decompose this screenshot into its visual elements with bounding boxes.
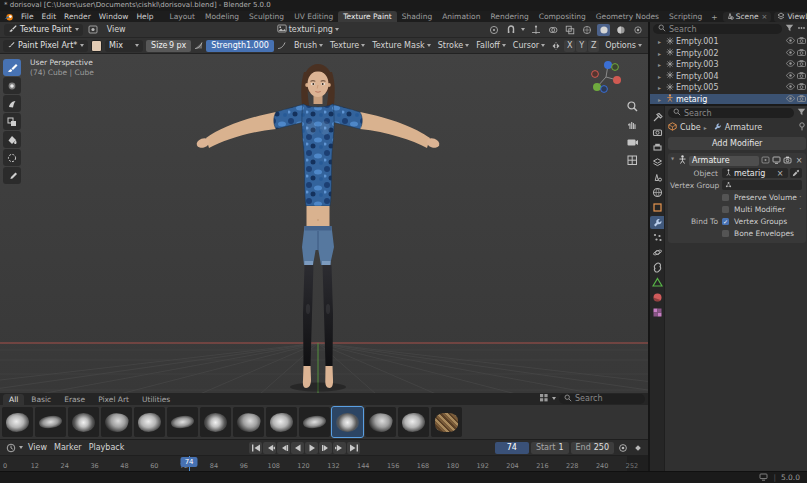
playhead-frame-label[interactable]: 74: [181, 457, 198, 467]
menu-window[interactable]: Window: [95, 11, 133, 22]
brush-asset-6[interactable]: [167, 407, 198, 437]
current-frame-field[interactable]: 74: [495, 442, 529, 454]
texture-slot-selector[interactable]: texturi.png: [274, 24, 342, 36]
menu-render[interactable]: Render: [60, 11, 95, 22]
outliner-options-icon[interactable]: [797, 24, 806, 34]
draw-brush-tool[interactable]: [3, 59, 21, 76]
properties-tab-world[interactable]: [650, 186, 664, 199]
shelf-tab-erase[interactable]: Erase: [58, 394, 91, 405]
workspace-tab-geometry-nodes[interactable]: Geometry Nodes: [591, 11, 664, 22]
workspace-tab-uv-editing[interactable]: UV Editing: [289, 11, 338, 22]
shelf-tab-basic[interactable]: Basic: [25, 394, 57, 405]
brush-color-swatch[interactable]: [91, 40, 102, 52]
filter-icon[interactable]: [785, 24, 794, 34]
vertex-groups-checkbox[interactable]: ✓: [722, 218, 729, 225]
add-modifier-button[interactable]: Add Modifier: [668, 137, 806, 150]
next-frame-button[interactable]: [319, 442, 332, 454]
disable-render-camera-icon[interactable]: [797, 72, 806, 81]
properties-tab-tool[interactable]: [650, 111, 664, 124]
brush-selector[interactable]: Paint Pixel Art*: [3, 40, 88, 52]
menu-texture[interactable]: Texture: [327, 40, 368, 52]
shading-wireframe-icon[interactable]: [580, 24, 593, 36]
system-icon[interactable]: [759, 473, 768, 483]
proportional-editing-icon[interactable]: [487, 24, 500, 36]
modifier-close-icon[interactable]: ×: [794, 156, 805, 165]
menu-brush[interactable]: Brush: [291, 40, 326, 52]
hide-viewport-eye-icon[interactable]: [786, 49, 795, 58]
properties-tab-data[interactable]: [650, 276, 664, 289]
expand-chevron-icon[interactable]: ▸: [658, 61, 664, 68]
vertex-group-field[interactable]: [722, 180, 802, 190]
viewlayer-name[interactable]: ViewLayer: [787, 12, 807, 21]
shelf-tab-all[interactable]: All: [3, 394, 24, 405]
add-workspace-button[interactable]: +: [707, 13, 721, 22]
properties-tab-constraints[interactable]: [650, 261, 664, 274]
workspace-tab-compositing[interactable]: Compositing: [534, 11, 591, 22]
hide-viewport-eye-icon[interactable]: [786, 37, 795, 46]
chevron-down-icon[interactable]: [552, 397, 556, 400]
menu-texture-mask[interactable]: Texture Mask: [369, 40, 433, 52]
properties-tab-material[interactable]: [650, 291, 664, 304]
eyedropper-icon[interactable]: [790, 168, 802, 178]
properties-tab-scene[interactable]: [650, 171, 664, 184]
object-label[interactable]: Empty.003: [676, 60, 718, 69]
preserve-volume-checkbox[interactable]: [722, 194, 729, 201]
workspace-tab-layout[interactable]: Layout: [164, 11, 200, 22]
brush-asset-12[interactable]: [365, 407, 396, 437]
hide-viewport-eye-icon[interactable]: [786, 72, 795, 81]
shelf-tab-utilities[interactable]: Utilities: [136, 394, 176, 405]
expand-chevron-icon[interactable]: ▸: [658, 73, 664, 80]
shading-material-icon[interactable]: [614, 24, 627, 36]
brush-asset-8[interactable]: [233, 407, 264, 437]
mirror-z-toggle[interactable]: Z: [588, 40, 599, 52]
view-menu[interactable]: View: [104, 24, 129, 36]
jump-start-button[interactable]: [249, 442, 262, 454]
paint-mask-icon[interactable]: [87, 24, 100, 36]
jump-end-button[interactable]: [347, 442, 360, 454]
blender-logo-icon[interactable]: [4, 12, 14, 21]
expand-chevron-icon[interactable]: ▸: [658, 38, 664, 45]
shading-solid-icon[interactable]: [597, 24, 610, 36]
properties-tab-render[interactable]: [650, 126, 664, 139]
mask-tool[interactable]: [3, 149, 21, 166]
snap-options-chevron-icon[interactable]: [521, 28, 525, 31]
brush-asset-1[interactable]: [2, 407, 33, 437]
play-button[interactable]: [305, 442, 318, 454]
annotate-tool[interactable]: [3, 167, 21, 184]
menu-help[interactable]: Help: [132, 11, 157, 22]
animate-dot-icon[interactable]: ·: [799, 205, 803, 214]
brush-asset-10[interactable]: [299, 407, 330, 437]
properties-tab-output[interactable]: [650, 141, 664, 154]
gizmos-toggle-icon[interactable]: [529, 24, 542, 36]
clone-tool[interactable]: [3, 113, 21, 130]
disable-render-camera-icon[interactable]: [797, 60, 806, 69]
object-label[interactable]: Empty.001: [676, 37, 718, 46]
menu-file[interactable]: File: [17, 11, 38, 22]
modifier-name-field[interactable]: Armature: [689, 156, 759, 166]
properties-search-input[interactable]: Search: [668, 108, 794, 118]
size-pressure-icon[interactable]: [194, 40, 203, 52]
keying-set-icon[interactable]: [631, 442, 644, 454]
outliner-item-empty-003[interactable]: ▸Empty.003: [650, 59, 807, 71]
strength-pressure-icon[interactable]: [277, 40, 286, 52]
workspace-tab-animation[interactable]: Animation: [437, 11, 485, 22]
hide-viewport-eye-icon[interactable]: [786, 83, 795, 92]
menu-edit[interactable]: Edit: [38, 11, 61, 22]
prev-frame-button[interactable]: [277, 442, 290, 454]
disable-render-camera-icon[interactable]: [797, 49, 806, 58]
frame-start-field[interactable]: Start 1: [531, 442, 569, 454]
camera-view-button[interactable]: [625, 136, 639, 149]
shading-rendered-icon[interactable]: [631, 24, 644, 36]
timeline-menu-marker[interactable]: Marker: [51, 442, 85, 454]
overlays-toggle-icon[interactable]: [546, 24, 559, 36]
brush-asset-5[interactable]: [134, 407, 165, 437]
xray-toggle-icon[interactable]: [563, 24, 576, 36]
soften-tool[interactable]: [3, 77, 21, 94]
properties-tab-particles[interactable]: [650, 231, 664, 244]
workspace-tab-modeling[interactable]: Modeling: [200, 11, 244, 22]
workspace-tab-sculpting[interactable]: Sculpting: [244, 11, 289, 22]
strength-slider[interactable]: Strength 1.000: [206, 40, 274, 52]
outliner-item-metarig[interactable]: ▸metarig: [650, 94, 807, 105]
shelf-tab-pixel-art[interactable]: Pixel Art: [92, 394, 135, 405]
outliner-search-input[interactable]: Search: [653, 24, 782, 34]
